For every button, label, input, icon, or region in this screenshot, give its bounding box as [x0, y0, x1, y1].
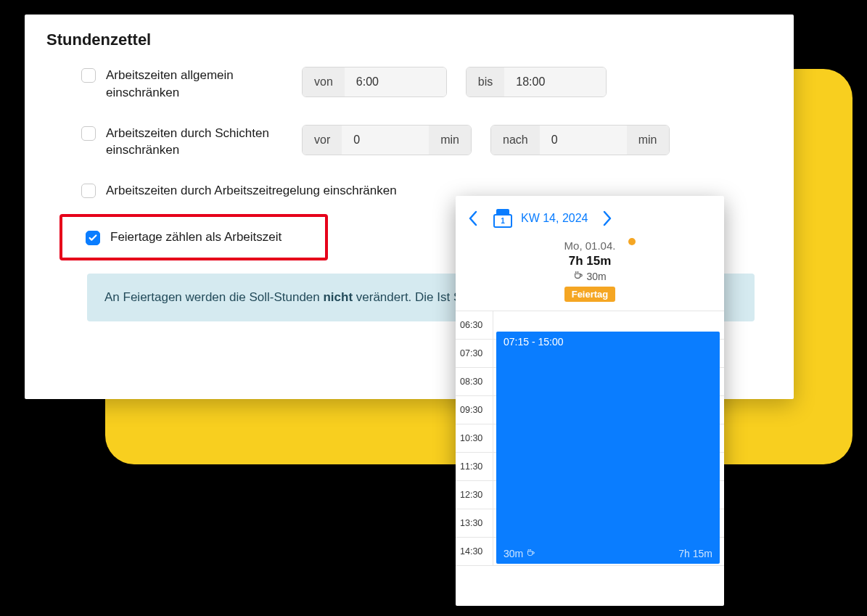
time-label: 09:30 [456, 396, 493, 424]
input-to-label: bis [467, 67, 504, 96]
input-after-value[interactable]: 0 [540, 126, 627, 155]
next-week-button[interactable] [594, 206, 619, 231]
event-footer: 30m 7h 15m [504, 548, 712, 559]
calendar-widget: 1 KW 14, 2024 Mo, 01.04. 7h 15m 30m Feie… [456, 196, 724, 606]
input-after-label: nach [491, 126, 540, 155]
status-dot-icon [628, 238, 636, 245]
row-holidays-highlight: Feiertage zählen als Arbeitszeit [59, 214, 328, 260]
input-from[interactable]: von 6:00 [302, 67, 447, 97]
input-after-unit: min [627, 126, 669, 155]
label-shifts: Arbeitszeiten durch Schichten einschränk… [106, 125, 302, 160]
timeline: 06:30 07:30 08:30 09:30 10:30 11:30 12:3… [456, 311, 724, 566]
time-label: 13:30 [456, 509, 493, 537]
checkbox-regulation[interactable] [81, 184, 96, 198]
time-label: 07:30 [456, 340, 493, 367]
checkbox-range[interactable] [81, 68, 96, 83]
coffee-cup-icon [573, 270, 583, 282]
time-label: 08:30 [456, 368, 493, 395]
event-range: 07:15 - 15:00 [504, 336, 712, 348]
day-header: Mo, 01.04. 7h 15m 30m Feiertag [456, 235, 724, 311]
input-before[interactable]: vor 0 min [302, 125, 472, 155]
label-range: Arbeitszeiten allgemein einschränken [106, 67, 302, 102]
row-range: Arbeitszeiten allgemein einschränken von… [46, 67, 772, 102]
input-from-value[interactable]: 6:00 [345, 67, 446, 96]
event-duration: 7h 15m [678, 548, 712, 559]
time-label: 14:30 [456, 538, 493, 565]
day-break-value: 30m [586, 271, 606, 282]
time-event[interactable]: 07:15 - 15:00 30m 7h 15m [496, 332, 720, 564]
time-label: 06:30 [456, 311, 493, 339]
time-label: 11:30 [456, 453, 493, 480]
calendar-icon-day: 1 [493, 214, 512, 228]
day-hours: 7h 15m [456, 254, 724, 268]
input-after[interactable]: nach 0 min [490, 125, 669, 155]
calendar-header: 1 KW 14, 2024 [456, 196, 724, 235]
event-break: 30m [504, 548, 535, 559]
panel-title: Stundenzettel [46, 30, 772, 49]
row-shifts: Arbeitszeiten durch Schichten einschränk… [46, 125, 772, 160]
input-from-label: von [303, 67, 345, 96]
input-to[interactable]: bis 18:00 [466, 67, 607, 97]
checkbox-shifts[interactable] [81, 126, 96, 141]
info-pre: An Feiertagen werden die Soll-Stunden [104, 290, 323, 304]
label-holidays: Feiertage zählen als Arbeitszeit [110, 229, 318, 246]
input-to-value[interactable]: 18:00 [504, 67, 606, 96]
input-before-label: vor [303, 126, 342, 155]
input-before-unit: min [429, 126, 471, 155]
input-before-value[interactable]: 0 [342, 126, 429, 155]
calendar-icon[interactable]: 1 [493, 209, 512, 228]
event-break-value: 30m [504, 548, 523, 559]
day-break: 30m [456, 270, 724, 282]
time-label: 10:30 [456, 424, 493, 452]
time-label: 12:30 [456, 481, 493, 509]
checkbox-holidays[interactable] [86, 231, 100, 245]
holiday-badge: Feiertag [564, 287, 616, 302]
info-bold: nicht [323, 290, 353, 304]
coffee-cup-icon [526, 548, 535, 559]
prev-week-button[interactable] [461, 206, 486, 231]
day-date: Mo, 01.04. [456, 239, 724, 252]
calendar-week-label[interactable]: KW 14, 2024 [521, 212, 588, 225]
